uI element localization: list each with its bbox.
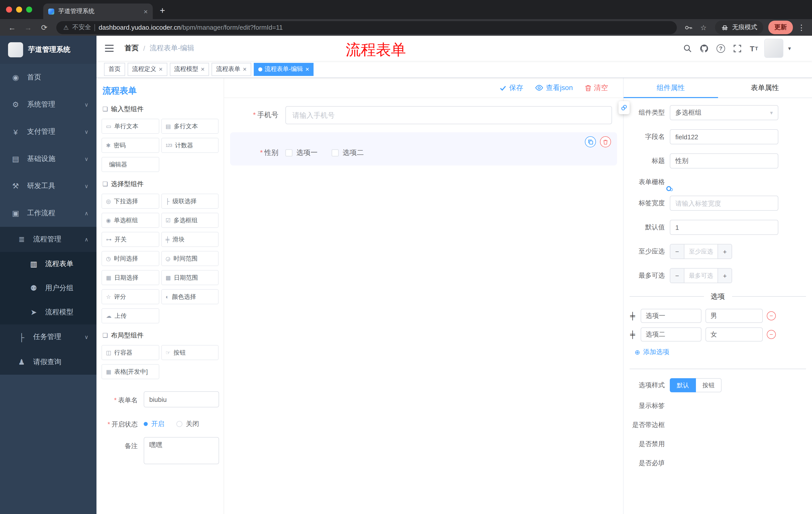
copy-field-button[interactable] <box>585 136 596 147</box>
remove-option-button[interactable]: − <box>767 311 776 320</box>
tag-close-icon[interactable]: × <box>159 66 163 73</box>
sidebar-item-workflow[interactable]: ▣ 工作流程 ∧ <box>0 200 96 227</box>
form-name-input[interactable] <box>144 391 219 407</box>
window-minimize-button[interactable] <box>16 6 22 12</box>
palette-item-button[interactable]: ☞按钮 <box>161 345 219 360</box>
drag-handle-icon[interactable]: ╪ <box>629 312 637 320</box>
sidebar-item-task-management[interactable]: ├ 任务管理 ∨ <box>0 324 96 350</box>
palette-item-password[interactable]: ✱密码 <box>102 138 159 153</box>
tag-close-icon[interactable]: × <box>243 66 246 73</box>
form-field-gender[interactable]: *性别 选项一 选项二 <box>230 132 617 165</box>
palette-item-switch[interactable]: ⊶开关 <box>102 232 159 247</box>
tag-close-icon[interactable]: × <box>306 66 309 73</box>
sidebar-item-payment-management[interactable]: ¥ 支付管理 ∨ <box>0 118 96 145</box>
tab-close-icon[interactable]: × <box>144 8 148 15</box>
bookmark-star-icon[interactable]: ☆ <box>697 23 710 31</box>
tag-process-form-edit[interactable]: 流程表单-编辑 × <box>254 63 314 76</box>
remove-option-button[interactable]: − <box>767 330 776 339</box>
style-default-button[interactable]: 默认 <box>670 378 696 392</box>
search-icon[interactable] <box>682 42 694 54</box>
avatar-caret-icon[interactable]: ▾ <box>788 45 791 52</box>
forward-button[interactable]: → <box>21 23 35 32</box>
increase-button[interactable]: + <box>718 244 732 259</box>
form-field-phone[interactable]: *手机号 <box>230 106 617 124</box>
label-width-input[interactable] <box>670 196 778 211</box>
breadcrumb-home[interactable]: 首页 <box>125 44 139 53</box>
browser-tab[interactable]: 芋道管理系统 × <box>43 3 153 19</box>
new-tab-button[interactable]: + <box>153 5 172 19</box>
palette-item-editor[interactable]: 编辑器 <box>102 157 159 172</box>
drag-handle-icon[interactable]: ╪ <box>629 330 637 339</box>
github-icon[interactable] <box>698 42 710 54</box>
clear-button[interactable]: 清空 <box>585 83 608 92</box>
palette-item-date-picker[interactable]: ▦日期选择 <box>102 270 159 285</box>
style-button-button[interactable]: 按钮 <box>696 378 722 392</box>
option-1-value-input[interactable] <box>705 309 763 323</box>
save-button[interactable]: 保存 <box>500 83 523 92</box>
palette-item-single-text[interactable]: ▭单行文本 <box>102 119 159 134</box>
hamburger-menu-icon[interactable] <box>105 42 117 54</box>
sidebar-item-process-management[interactable]: ≣ 流程管理 ∧ <box>0 227 96 252</box>
field-name-input[interactable] <box>670 129 778 144</box>
palette-item-row-container[interactable]: ◫行容器 <box>102 345 159 360</box>
max-select-field[interactable]: 最多可选 <box>685 269 718 283</box>
delete-field-button[interactable] <box>600 136 611 147</box>
palette-item-radio-group[interactable]: ◉单选框组 <box>102 213 159 228</box>
tab-form-props[interactable]: 表单属性 <box>718 78 812 98</box>
window-zoom-button[interactable] <box>26 6 32 12</box>
sidebar-item-dev-tools[interactable]: ⚒ 研发工具 ∨ <box>0 172 96 200</box>
palette-item-multi-text[interactable]: ▤多行文本 <box>161 119 219 134</box>
phone-input[interactable] <box>285 106 612 124</box>
decrease-button[interactable]: − <box>670 269 685 283</box>
password-key-icon[interactable] <box>682 23 695 31</box>
palette-item-table[interactable]: ▦表格[开发中] <box>102 364 159 379</box>
tab-component-props[interactable]: 组件属性 <box>624 78 718 98</box>
tag-process-model[interactable]: 流程模型 × <box>170 63 209 76</box>
form-remark-textarea[interactable]: 嘿嘿 <box>144 437 219 464</box>
fullscreen-icon[interactable] <box>731 42 744 54</box>
option-1-label-input[interactable] <box>641 309 701 323</box>
status-on-radio[interactable]: 开启 <box>144 420 164 429</box>
decrease-button[interactable]: − <box>670 244 685 259</box>
avatar[interactable] <box>764 39 784 58</box>
sidebar-item-home[interactable]: ◉ 首页 <box>0 64 96 91</box>
option-2-value-input[interactable] <box>705 327 763 342</box>
browser-menu-icon[interactable]: ⋮ <box>796 23 807 32</box>
option-2-label-input[interactable] <box>641 327 701 342</box>
view-json-button[interactable]: 查看json <box>535 83 573 92</box>
palette-item-color-picker[interactable]: ◐颜色选择 <box>161 289 219 304</box>
default-value-input[interactable] <box>670 220 778 235</box>
palette-item-upload[interactable]: ☁上传 <box>102 308 159 323</box>
sidebar-item-user-group[interactable]: ⚉ 用户分组 <box>0 276 96 300</box>
link-button[interactable] <box>618 101 630 114</box>
palette-item-time-range[interactable]: ◶时间范围 <box>161 251 219 266</box>
help-icon[interactable]: ? <box>715 42 727 54</box>
increase-button[interactable]: + <box>718 269 732 283</box>
back-button[interactable]: ← <box>5 23 19 32</box>
update-button[interactable]: 更新 <box>768 21 793 34</box>
sidebar-item-leave-query[interactable]: ♟ 请假查询 <box>0 350 96 375</box>
status-off-radio[interactable]: 关闭 <box>176 420 199 429</box>
sidebar-item-system-management[interactable]: ⚙ 系统管理 ∨ <box>0 91 96 118</box>
palette-item-counter[interactable]: 123计数器 <box>161 138 219 153</box>
add-option-button[interactable]: ⊕ 添加选项 <box>635 348 812 357</box>
title-input[interactable] <box>670 154 778 168</box>
palette-item-dropdown[interactable]: ◎下拉选择 <box>102 194 159 209</box>
url-box[interactable]: ⚠ 不安全 dashboard.yudao.iocoder.cn/bpm/man… <box>56 21 677 34</box>
reload-button[interactable]: ⟳ <box>37 23 51 32</box>
tag-process-definition[interactable]: 流程定义 × <box>127 63 167 76</box>
component-type-select[interactable]: 多选框组 ▾ <box>670 105 778 120</box>
font-size-icon[interactable]: TT <box>748 42 760 54</box>
window-close-button[interactable] <box>6 6 12 12</box>
slider-handle[interactable] <box>666 186 671 191</box>
palette-item-date-range[interactable]: ▩日期范围 <box>161 270 219 285</box>
tag-home[interactable]: 首页 <box>104 63 125 76</box>
palette-item-checkbox-group[interactable]: ☑多选框组 <box>161 213 219 228</box>
palette-item-cascader[interactable]: ├级联选择 <box>161 194 219 209</box>
tag-close-icon[interactable]: × <box>201 66 204 73</box>
tag-process-form[interactable]: 流程表单 × <box>211 63 251 76</box>
sidebar-item-process-model[interactable]: ➤ 流程模型 <box>0 300 96 324</box>
palette-item-time-picker[interactable]: ◷时间选择 <box>102 251 159 266</box>
gender-option-2[interactable]: 选项二 <box>331 148 364 157</box>
min-select-field[interactable]: 至少应选 <box>685 244 718 259</box>
